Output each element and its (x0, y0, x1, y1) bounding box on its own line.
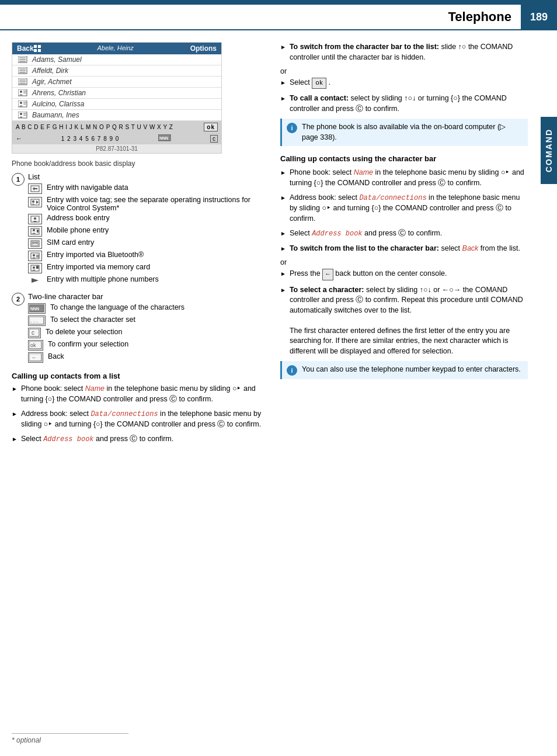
top-bar (0, 0, 557, 5)
info-text-2: You can also use the telephone number ke… (302, 365, 521, 375)
char-bullet-icon-2: ► (280, 194, 286, 202)
display-row-3[interactable]: Agir, Achmet (12, 77, 221, 88)
char-bullet-icon-6: ► (280, 286, 286, 294)
row-icon-3 (17, 78, 29, 86)
two-line-delete: c To delete your selection (28, 328, 269, 338)
svg-marker-50 (32, 278, 39, 283)
page-number: 189 (521, 5, 557, 29)
svg-text:. . .: . . . (30, 318, 38, 324)
calling-list-bullet-3: ► Select Address book and press Ⓒ to con… (12, 434, 269, 445)
voice-icon (28, 197, 42, 207)
svg-rect-49 (36, 266, 39, 269)
back-btn-inline: ← (322, 269, 333, 280)
svg-point-17 (20, 91, 22, 93)
confirm-icon: ok (28, 340, 43, 351)
entry-address-text: Address book entry (47, 214, 110, 222)
list-label: List (28, 172, 269, 181)
row-name-3: Agir, Achmet (32, 78, 72, 86)
char-bullet-text-1: Phone book: select Name in the telephone… (290, 168, 528, 188)
char-bullet-icon-4: ► (280, 245, 286, 253)
or-separator-2: or (280, 258, 528, 266)
phone-display: Back Abele, Heinz Options (12, 42, 222, 154)
page-title: Telephone (448, 5, 521, 29)
list-content-1: List Entry with navigable data (28, 172, 269, 287)
entry-multi: Entry with multiple phone numbers (28, 275, 269, 286)
right-column: ► To switch from the character bar to th… (280, 42, 545, 449)
footer-line (12, 733, 128, 734)
or-separator-1: or (280, 67, 528, 75)
lang-icon: NNN (158, 134, 171, 143)
calling-list-text-3: Select Address book and press Ⓒ to confi… (21, 434, 269, 445)
bullet-icon-2: ► (12, 410, 18, 418)
charset-icon: . . . (28, 315, 46, 326)
svg-text:NNN: NNN (159, 136, 168, 140)
page-footer: * optional (12, 733, 128, 744)
num-chars: 1 2 3 4 5 6 7 8 9 0 (61, 136, 120, 142)
ok-inline: ok (312, 78, 326, 89)
row-name-4: Ahrens, Christian (32, 89, 86, 97)
display-row-2[interactable]: Affeldt, Dirk (12, 65, 221, 77)
svg-point-48 (33, 266, 35, 269)
mobile-icon (28, 226, 42, 237)
entry-bluetooth-text: Entry imported via Bluetooth® (47, 251, 144, 259)
ok-button-display[interactable]: ok (204, 123, 218, 131)
svg-rect-38 (37, 230, 39, 233)
row-icon-6 (17, 111, 29, 119)
right-bullet-text-3: To call a contact: select by sliding ↑○↓… (290, 93, 528, 114)
list-number-1: 1 (12, 173, 25, 186)
display-code: P82.87-3101-31 (96, 145, 138, 152)
svg-point-32 (32, 200, 34, 203)
entry-voice: Entry with voice tag; see the separate o… (28, 196, 269, 212)
right-bullet-1: ► To switch from the character bar to th… (280, 42, 528, 63)
info-icon-2: i (287, 365, 297, 376)
svg-point-21 (20, 102, 22, 104)
char-bullet-icon-5: ► (280, 270, 286, 278)
bullet-icon-1: ► (12, 385, 18, 393)
options-label[interactable]: Options (190, 44, 217, 53)
header-title-area: Telephone (448, 5, 521, 29)
main-content: Back Abele, Heinz Options (0, 42, 557, 449)
svg-point-35 (34, 217, 36, 220)
row-icon-5 (17, 100, 29, 108)
entry-multi-text: Entry with multiple phone numbers (47, 275, 159, 283)
info-box-2: i You can also use the telephone number … (280, 361, 528, 379)
bullet-icon-3: ► (12, 435, 18, 443)
display-row-5[interactable]: Aulcino, Clarissa (12, 99, 221, 110)
display-row-1[interactable]: Adams, Samuel (12, 54, 221, 65)
svg-text:BT: BT (36, 254, 40, 258)
char-bullet-text-2: Address book: select Data/connections in… (290, 193, 528, 224)
delete-text: To delete your selection (46, 328, 122, 336)
list-section-1: 1 List Entry with navigable data (12, 172, 269, 287)
right-bullet-icon-3: ► (280, 95, 286, 103)
right-bullet-2: ► Select ok . (280, 78, 528, 89)
page-header: Telephone 189 (0, 5, 557, 30)
svg-point-45 (33, 254, 35, 256)
calling-list-heading: Calling up contacts from a list (12, 372, 269, 380)
entry-mobile-text: Mobile phone entry (47, 226, 109, 234)
char-bullet-text-3: Select Address book and press Ⓒ to confi… (290, 228, 528, 239)
sim-icon (28, 238, 42, 249)
back-text: Back (48, 352, 64, 360)
memcard-icon (28, 263, 42, 273)
back-label[interactable]: Back (17, 44, 34, 53)
c-icon: c (210, 135, 218, 143)
display-row-6[interactable]: Baumann, Ines (12, 110, 221, 121)
char-bullet-6: ► To select a character: select by slidi… (280, 285, 528, 357)
svg-point-37 (33, 229, 35, 231)
row-icon-1 (17, 56, 29, 64)
display-row-4[interactable]: Ahrens, Christian (12, 88, 221, 99)
lang-change-text: To change the language of the characters (50, 303, 184, 311)
calling-list-text-2: Address book: select Data/connections in… (21, 409, 269, 429)
address-icon (28, 214, 42, 224)
list-content-2: Two-line character bar NNN To change the… (28, 292, 269, 365)
svg-rect-41 (33, 242, 34, 244)
char-bullet-2: ► Address book: select Data/connections … (280, 193, 528, 224)
char-bullet-icon-3: ► (280, 230, 286, 238)
alpha-letters: A B C D E F G H I J K L M N O P Q R S T … (16, 124, 173, 130)
char-bullet-3: ► Select Address book and press Ⓒ to con… (280, 228, 528, 239)
char-bullet-text-4: To switch from the list to the character… (290, 244, 528, 254)
row-icon-2 (17, 67, 29, 75)
char-bullet-text-5: Press the ← back button on the center co… (290, 269, 528, 280)
entry-sim: SIM card entry (28, 238, 269, 249)
display-name: Abele, Heinz (41, 44, 190, 53)
